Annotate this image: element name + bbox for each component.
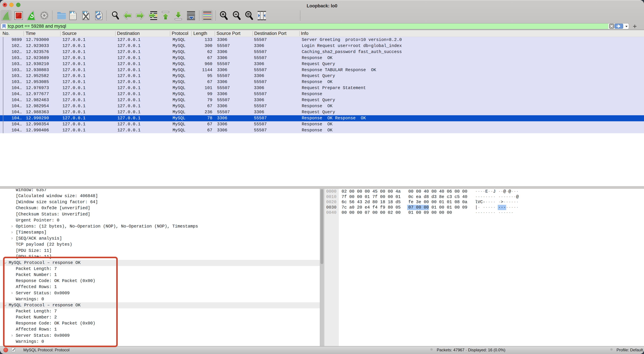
svg-text:01110: 01110: [70, 18, 75, 20]
svg-text:0110: 0110: [12, 350, 14, 352]
